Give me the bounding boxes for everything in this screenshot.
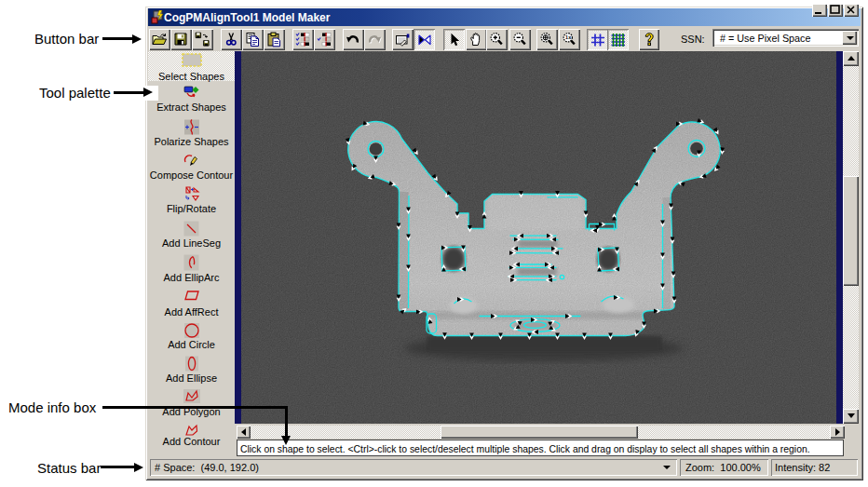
svg-text:1x: 1x — [565, 34, 572, 40]
